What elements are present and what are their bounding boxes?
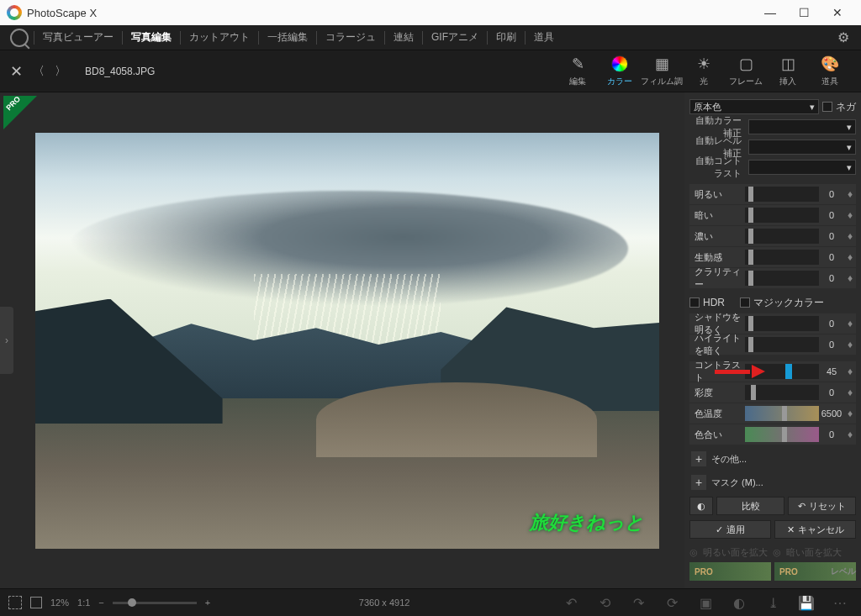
prev-file-button[interactable]: 〈 [33, 64, 45, 79]
zoom-out[interactable]: − [98, 598, 103, 608]
tool-film[interactable]: ▦フィルム調 [641, 55, 683, 87]
fit-button[interactable]: 1:1 [77, 598, 90, 608]
minimize-button[interactable]: — [753, 6, 787, 19]
zoom-in[interactable]: + [205, 598, 210, 608]
menu-cutout[interactable]: カットアウト [181, 27, 258, 48]
plus-icon: + [691, 451, 706, 466]
pro-thumb-1[interactable]: PRO [689, 562, 771, 581]
color-wheel-icon [610, 55, 629, 73]
hdr-label: HDR [703, 297, 725, 308]
photo-canvas[interactable]: 旅好きねっと [35, 133, 659, 549]
magic-label: マジックカラー [753, 296, 824, 310]
pro-badge: PRO [3, 96, 37, 129]
stepper-icon[interactable]: ♦ [844, 209, 856, 221]
slider-ハイライトを暗く[interactable]: ハイライトを暗く 0 ♦ [689, 334, 856, 355]
canvas-area: PRO › 旅好きねっと [0, 92, 684, 588]
grid-toggle[interactable] [8, 596, 22, 609]
slider-シャドウを明るく[interactable]: シャドウを明るく 0 ♦ [689, 313, 856, 334]
tool-light[interactable]: ☀光 [683, 55, 725, 87]
settings-gear-icon[interactable]: ⚙ [831, 29, 856, 45]
slider-色合い[interactable]: 色合い 0 ♦ [689, 424, 856, 445]
reset-button[interactable]: ↶ リセット [788, 497, 856, 515]
pro-thumb-2[interactable]: PROレベル [774, 562, 856, 581]
bg-toggle[interactable] [30, 597, 42, 608]
tool-insert[interactable]: ◫挿入 [767, 55, 809, 87]
nega-checkbox[interactable] [822, 102, 832, 112]
stepper-icon[interactable]: ♦ [844, 272, 856, 284]
tool-edit[interactable]: ✎編集 [557, 55, 599, 87]
maximize-button[interactable]: ☐ [787, 6, 821, 19]
auto-contrast-dropdown[interactable]: ▾ [748, 160, 856, 175]
stepper-icon[interactable]: ♦ [844, 230, 856, 242]
stepper-icon[interactable]: ♦ [844, 387, 856, 398]
more-icon[interactable]: ⋯ [827, 595, 853, 611]
search-icon[interactable] [10, 29, 29, 47]
tool-color[interactable]: カラー [599, 55, 641, 87]
window-title: PhotoScape X [27, 7, 753, 19]
original-icon[interactable]: ▣ [693, 595, 718, 611]
sun-icon: ☀ [695, 55, 713, 73]
tool-frame[interactable]: ▢フレーム [725, 55, 767, 87]
slider-コントラスト[interactable]: コントラスト 45 ♦ [689, 361, 856, 382]
current-filename: BD8_4058.JPG [85, 66, 155, 77]
slider-濃い[interactable]: 濃い 0 ♦ [689, 226, 856, 246]
mask-row[interactable]: +マスク (M)... [689, 473, 856, 492]
compare-button[interactable]: 比較 [716, 497, 784, 515]
other-row[interactable]: +その他... [689, 450, 856, 468]
slider-彩度[interactable]: 彩度 0 ♦ [689, 382, 856, 403]
film-icon: ▦ [652, 55, 671, 73]
zoom-slider[interactable] [113, 602, 197, 604]
photo-watermark: 旅好きねっと [530, 510, 644, 535]
color-panel: 原本色▾ ネガ 自動カラー補正▾ 自動レベル補正▾ 自動コントラスト▾ 明るい … [684, 92, 861, 588]
slider-暗い[interactable]: 暗い 0 ♦ [689, 205, 856, 225]
preset-dropdown[interactable]: 原本色▾ [689, 99, 819, 114]
slider-明るい[interactable]: 明るい 0 ♦ [689, 184, 856, 204]
menu-viewer[interactable]: 写真ビューアー [34, 27, 122, 48]
menu-gif[interactable]: GIFアニメ [423, 27, 487, 48]
cancel-button[interactable]: ✕ キャンセル [774, 520, 856, 539]
history-icon[interactable]: ⟳ [659, 595, 684, 611]
menu-print[interactable]: 印刷 [488, 27, 525, 48]
tool-tools[interactable]: 🎨道具 [809, 55, 851, 87]
app-logo-icon [7, 5, 22, 20]
close-file-button[interactable]: ✕ [10, 62, 23, 81]
stepper-icon[interactable]: ♦ [844, 429, 856, 440]
main-area: PRO › 旅好きねっと 原本色▾ ネガ 自動カラー補正▾ 自動レベル補正▾ 自… [0, 92, 861, 588]
disabled-bright-expand: ◎ 明るい面を拡大 ◎ 暗い面を拡大 [689, 544, 856, 561]
palette-icon: 🎨 [821, 55, 839, 73]
export-icon[interactable]: ⤓ [760, 595, 785, 611]
split-view-button[interactable]: ◐ [689, 497, 713, 515]
stepper-icon[interactable]: ♦ [844, 408, 856, 419]
undo-icon[interactable]: ↶ [558, 595, 584, 611]
menu-batch[interactable]: 一括編集 [259, 27, 316, 48]
auto-color-dropdown[interactable]: ▾ [748, 119, 856, 134]
status-bar: 12% 1:1 − + 7360 x 4912 ↶ ⟲ ↷ ⟳ ▣ ◐ ⤓ 💾 … [0, 588, 861, 616]
auto-level-dropdown[interactable]: ▾ [748, 140, 856, 155]
menu-collage[interactable]: コラージュ [317, 27, 384, 48]
magic-checkbox[interactable] [740, 297, 750, 308]
redo-all-icon[interactable]: ⟲ [592, 595, 617, 611]
menu-editor[interactable]: 写真編集 [123, 27, 180, 48]
save-icon[interactable]: 💾 [794, 595, 819, 611]
slider-生動感[interactable]: 生動感 0 ♦ [689, 247, 856, 267]
hdr-checkbox[interactable] [689, 297, 700, 308]
apply-button[interactable]: ✓ 適用 [689, 520, 771, 539]
zoom-percent: 12% [50, 598, 69, 608]
stepper-icon[interactable]: ♦ [844, 339, 856, 350]
slider-クラリティー[interactable]: クラリティー 0 ♦ [689, 268, 856, 288]
menu-tools[interactable]: 道具 [526, 27, 563, 48]
menu-combine[interactable]: 連結 [385, 27, 422, 48]
stepper-icon[interactable]: ♦ [844, 251, 856, 263]
stepper-icon[interactable]: ♦ [844, 366, 856, 377]
insert-icon: ◫ [779, 55, 797, 73]
sidebar-expand-handle[interactable]: › [0, 307, 13, 374]
close-button[interactable]: ✕ [821, 6, 854, 19]
redo-icon[interactable]: ↷ [626, 595, 651, 611]
next-file-button[interactable]: 〉 [55, 64, 66, 79]
stepper-icon[interactable]: ♦ [844, 188, 856, 200]
compare-icon[interactable]: ◐ [726, 595, 752, 611]
stepper-icon[interactable]: ♦ [844, 318, 856, 329]
main-menu: 写真ビューアー 写真編集 カットアウト 一括編集 コラージュ 連結 GIFアニメ… [0, 25, 861, 50]
image-dimensions: 7360 x 4912 [359, 598, 410, 608]
slider-色温度[interactable]: 色温度 6500 ♦ [689, 403, 856, 424]
